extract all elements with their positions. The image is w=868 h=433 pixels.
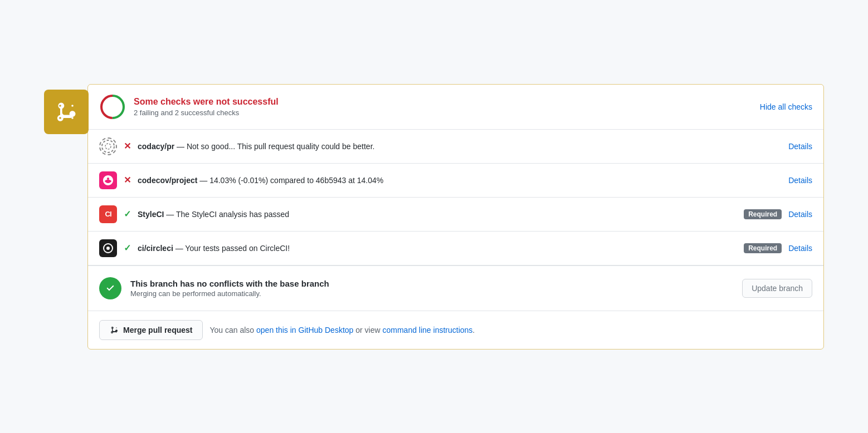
checks-card: Some checks were not successful 2 failin… (87, 84, 824, 350)
pass-icon-styleci: ✓ (124, 209, 131, 219)
git-merge-icon (54, 100, 79, 124)
fail-icon-codacy: ✕ (124, 141, 131, 151)
check-actions-circleci: Required Details (744, 243, 812, 253)
check-row-circleci: ✓ ci/circleci — Your tests passed on Cir… (88, 232, 823, 265)
merge-subtitle: Merging can be performed automatically. (130, 289, 329, 298)
check-text-styleci: StyleCI — The StyleCI analysis has passe… (138, 210, 737, 219)
footer-text: You can also open this in GitHub Desktop… (209, 326, 475, 334)
fail-icon-codecov: ✕ (124, 175, 131, 185)
card-header: Some checks were not successful 2 failin… (88, 85, 823, 130)
check-actions-codecov: Details (788, 176, 812, 185)
details-link-codecov[interactable]: Details (788, 176, 812, 185)
check-row-codecov: ✕ codecov/project — 14.03% (-0.01%) comp… (88, 164, 823, 198)
pass-icon-circleci: ✓ (124, 243, 131, 253)
footer-text-before: You can also (209, 326, 256, 334)
check-actions-codacy: Details (788, 142, 812, 151)
required-badge-styleci: Required (744, 209, 782, 219)
codecov-icon (99, 171, 117, 189)
check-text-codacy: codacy/pr — Not so good... This pull req… (138, 142, 782, 151)
command-line-link[interactable]: command line instructions (382, 326, 472, 334)
merge-icon (110, 326, 119, 334)
header-left: Some checks were not successful 2 failin… (99, 94, 279, 120)
check-text-codecov: codecov/project — 14.03% (-0.01%) compar… (138, 176, 782, 185)
footer-section: Merge pull request You can also open thi… (88, 311, 823, 349)
merge-title: This branch has no conflicts with the ba… (130, 279, 329, 288)
styleci-icon: CI (99, 205, 117, 223)
check-text-circleci: ci/circleci — Your tests passed on Circl… (138, 244, 737, 253)
status-circle-icon (99, 94, 126, 120)
circleci-icon (99, 239, 117, 257)
check-row-codacy: ✕ codacy/pr — Not so good... This pull r… (88, 130, 823, 164)
git-icon-box (44, 90, 89, 134)
details-link-styleci[interactable]: Details (788, 210, 812, 219)
pr-merge-card-wrapper: Some checks were not successful 2 failin… (44, 84, 824, 350)
open-desktop-link[interactable]: open this in GitHub Desktop (256, 326, 353, 334)
details-link-circleci[interactable]: Details (788, 244, 812, 253)
update-branch-button[interactable]: Update branch (742, 279, 812, 298)
footer-text-middle: or view (353, 326, 382, 334)
hide-all-checks-button[interactable]: Hide all checks (760, 102, 812, 111)
svg-point-7 (106, 247, 110, 250)
check-row-styleci: CI ✓ StyleCI — The StyleCI analysis has … (88, 198, 823, 232)
merge-button-label: Merge pull request (123, 326, 192, 334)
svg-point-3 (105, 99, 120, 115)
svg-point-5 (105, 144, 111, 149)
merge-text: This branch has no conflicts with the ba… (130, 279, 329, 298)
required-badge-circleci: Required (744, 243, 782, 253)
checks-subtitle: 2 failing and 2 successful checks (134, 109, 279, 117)
check-actions-styleci: Required Details (744, 209, 812, 219)
merge-pull-request-button[interactable]: Merge pull request (99, 320, 203, 340)
footer-text-after: . (472, 326, 475, 334)
green-check-icon (99, 277, 121, 299)
details-link-codacy[interactable]: Details (788, 142, 812, 151)
checks-title: Some checks were not successful (134, 97, 279, 107)
merge-status-section: This branch has no conflicts with the ba… (88, 265, 823, 311)
header-text: Some checks were not successful 2 failin… (134, 97, 279, 117)
codacy-icon (99, 137, 117, 155)
svg-point-4 (102, 140, 114, 152)
